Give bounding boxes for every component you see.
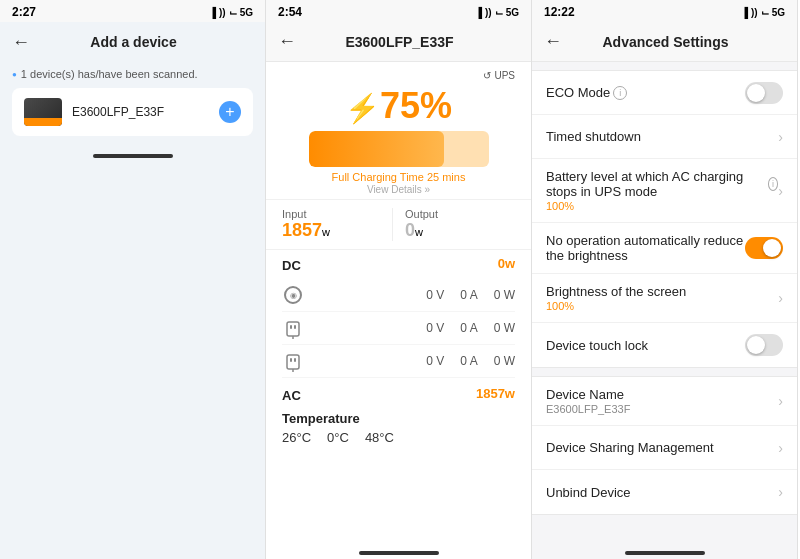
settings-item-touch-lock[interactable]: Device touch lock [532, 323, 797, 367]
back-button-1[interactable]: ← [12, 32, 30, 53]
touch-lock-toggle[interactable] [745, 334, 783, 356]
wifi-icon-3: ⌙ [761, 7, 769, 18]
input-value: 1857w [282, 220, 392, 241]
dc-w-0: 0 W [494, 288, 515, 302]
io-row: Input 1857w Output 0w [266, 199, 531, 250]
sharing-chevron: › [778, 440, 783, 456]
temp-val-2: 48°C [365, 430, 394, 445]
page-title-3: Advanced Settings [570, 34, 761, 50]
svg-rect-5 [290, 358, 292, 362]
dc-v-0: 0 V [426, 288, 444, 302]
battery-level-sub: 100% [546, 200, 778, 212]
header-3: ← Advanced Settings [532, 22, 797, 62]
device-thumbnail [24, 98, 62, 126]
header-1: ← Add a device [0, 22, 265, 62]
status-icons-1: ▐ )) ⌙ 5G [209, 7, 253, 18]
bolt-icon: ⚡ [345, 93, 380, 124]
signal-icon-2: )) [485, 7, 492, 18]
page-title-2: E3600LFP_E33F [304, 34, 495, 50]
sharing-label: Device Sharing Management [546, 440, 778, 455]
network-icon-3: 5G [772, 7, 785, 18]
dc-label: DC [282, 252, 301, 275]
dc-value: 0w [498, 256, 515, 271]
view-details-link[interactable]: View Details » [282, 184, 515, 195]
unbind-chevron: › [778, 484, 783, 500]
settings-item-sharing[interactable]: Device Sharing Management › [532, 426, 797, 470]
temp-val-1: 0°C [327, 430, 349, 445]
unbind-label: Unbind Device [546, 485, 778, 500]
settings-item-timed-shutdown[interactable]: Timed shutdown › [532, 115, 797, 159]
time-2: 2:54 [278, 5, 302, 19]
home-indicator-3 [532, 539, 797, 559]
battery-percentage: ⚡75% [282, 85, 515, 127]
input-label: Input [282, 208, 392, 220]
output-value: 0w [405, 220, 515, 241]
brightness-sub: 100% [546, 300, 778, 312]
status-icons-2: ▐ )) ⌙ 5G [475, 7, 519, 18]
screen-brightness-chevron: › [778, 290, 783, 306]
status-bar-3: 12:22 ▐ )) ⌙ 5G [532, 0, 797, 22]
dc-v-2: 0 V [426, 354, 444, 368]
ac-label: AC [282, 382, 301, 405]
eco-mode-toggle[interactable] [745, 82, 783, 104]
settings-list: ECO Mode i Timed shutdown › Battery leve… [532, 62, 797, 539]
dc-a-0: 0 A [460, 288, 477, 302]
dc-icon-plug-2 [282, 350, 304, 372]
temp-val-0: 26°C [282, 430, 311, 445]
auto-brightness-toggle[interactable] [745, 237, 783, 259]
settings-item-eco-mode[interactable]: ECO Mode i [532, 71, 797, 115]
home-indicator-1 [0, 142, 265, 162]
svg-rect-2 [294, 325, 296, 329]
time-1: 2:27 [12, 5, 36, 19]
wifi-icon: ⌙ [229, 7, 237, 18]
auto-brightness-label: No operation automatically reduce the br… [546, 233, 745, 263]
touch-lock-label: Device touch lock [546, 338, 745, 353]
ac-value: 1857w [476, 386, 515, 401]
settings-item-auto-brightness[interactable]: No operation automatically reduce the br… [532, 223, 797, 274]
panel-add-device: 2:27 ▐ )) ⌙ 5G ← Add a device 1 device(s… [0, 0, 266, 559]
battery-bar [309, 131, 489, 167]
settings-item-screen-brightness[interactable]: Brightness of the screen 100% › [532, 274, 797, 323]
battery-section: ↺ UPS ⚡75% Full Charging Time 25 mins Vi… [266, 62, 531, 199]
home-bar-2 [359, 551, 439, 555]
output-label: Output [405, 208, 515, 220]
device-name-label: Device Name E3600LFP_E33F [546, 387, 778, 415]
eco-info-icon: i [613, 86, 627, 100]
wifi-icon-2: ⌙ [495, 7, 503, 18]
scan-notice: 1 device(s) has/have been scanned. [12, 68, 253, 80]
settings-item-device-name[interactable]: Device Name E3600LFP_E33F › [532, 377, 797, 426]
ups-label: UPS [494, 70, 515, 81]
settings-item-unbind[interactable]: Unbind Device › [532, 470, 797, 514]
dc-w-2: 0 W [494, 354, 515, 368]
network-icon: 5G [240, 7, 253, 18]
ups-badge: ↺ UPS [282, 70, 515, 81]
svg-rect-4 [287, 355, 299, 369]
battery-icon: ▐ [209, 7, 216, 18]
svg-rect-6 [294, 358, 296, 362]
battery-level-info-icon: i [768, 177, 778, 191]
battery-level-chevron: › [778, 183, 783, 199]
add-device-button[interactable]: + [219, 101, 241, 123]
panel-advanced-settings: 12:22 ▐ )) ⌙ 5G ← Advanced Settings ECO … [532, 0, 798, 559]
back-button-3[interactable]: ← [544, 31, 562, 52]
device-name: E3600LFP_E33F [72, 105, 209, 119]
dc-row-0: 0 V 0 A 0 W [282, 279, 515, 312]
home-bar-1 [93, 154, 173, 158]
battery-icon-3: ▐ [741, 7, 748, 18]
signal-icon: )) [219, 7, 226, 18]
page-title-1: Add a device [38, 34, 229, 50]
panel1-content: 1 device(s) has/have been scanned. E3600… [0, 62, 265, 142]
device-item[interactable]: E3600LFP_E33F + [12, 88, 253, 136]
temp-label: Temperature [282, 411, 515, 426]
home-bar-3 [625, 551, 705, 555]
panel-device-detail: 2:54 ▐ )) ⌙ 5G ← E3600LFP_E33F ↺ UPS ⚡75… [266, 0, 532, 559]
device-name-sub: E3600LFP_E33F [546, 403, 778, 415]
dc-w-1: 0 W [494, 321, 515, 335]
dc-vals-0: 0 V 0 A 0 W [426, 288, 515, 302]
ups-icon: ↺ [483, 70, 491, 81]
network-icon-2: 5G [506, 7, 519, 18]
settings-item-battery-level[interactable]: Battery level at which AC charging stops… [532, 159, 797, 223]
dc-section-row: DC 0w [266, 250, 531, 277]
back-button-2[interactable]: ← [278, 31, 296, 52]
screen-brightness-label: Brightness of the screen 100% [546, 284, 778, 312]
